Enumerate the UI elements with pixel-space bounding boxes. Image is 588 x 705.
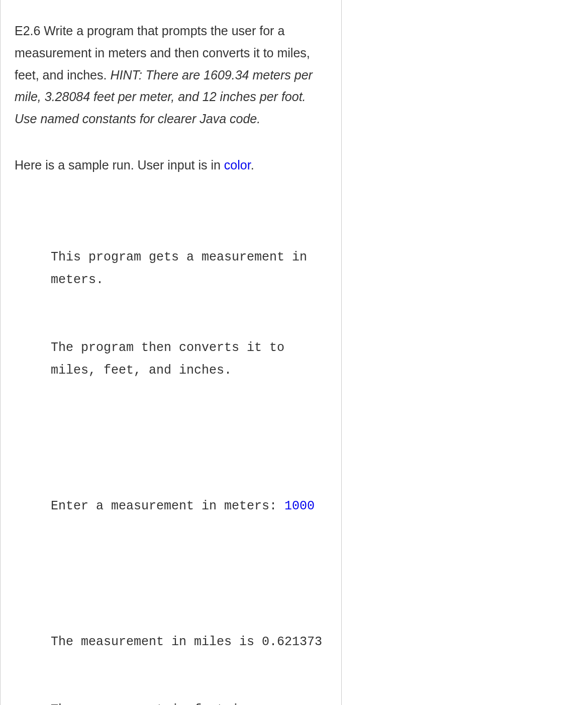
code-intro-line-2: The program then converts it to miles, f… xyxy=(51,336,326,382)
sample-run-intro: Here is a sample run. User input is in c… xyxy=(15,154,326,177)
code-user-input: 1000 xyxy=(284,499,315,513)
code-prompt-line: Enter a measurement in meters: 1000 xyxy=(51,495,326,517)
problem-statement: E2.6 Write a program that prompts the us… xyxy=(15,20,326,130)
code-intro-line-1: This program gets a measurement in meter… xyxy=(51,246,326,291)
sample-intro-suffix: . xyxy=(251,158,254,172)
code-blank-line xyxy=(51,563,326,585)
page-container: E2.6 Write a program that prompts the us… xyxy=(0,0,588,705)
code-sample-block: This program gets a measurement in meter… xyxy=(15,201,326,706)
sample-intro-prefix: Here is a sample run. User input is in xyxy=(15,158,224,172)
code-blank-line xyxy=(51,427,326,450)
code-prompt-prefix: Enter a measurement in meters: xyxy=(51,499,284,513)
sample-intro-color-word: color xyxy=(224,158,251,172)
code-result-miles: The measurement in miles is 0.621373 xyxy=(51,631,326,653)
side-pane xyxy=(342,0,588,705)
content-pane: E2.6 Write a program that prompts the us… xyxy=(0,0,342,705)
code-result-feet: The measurement in feet is 3280.840000 xyxy=(51,698,326,706)
